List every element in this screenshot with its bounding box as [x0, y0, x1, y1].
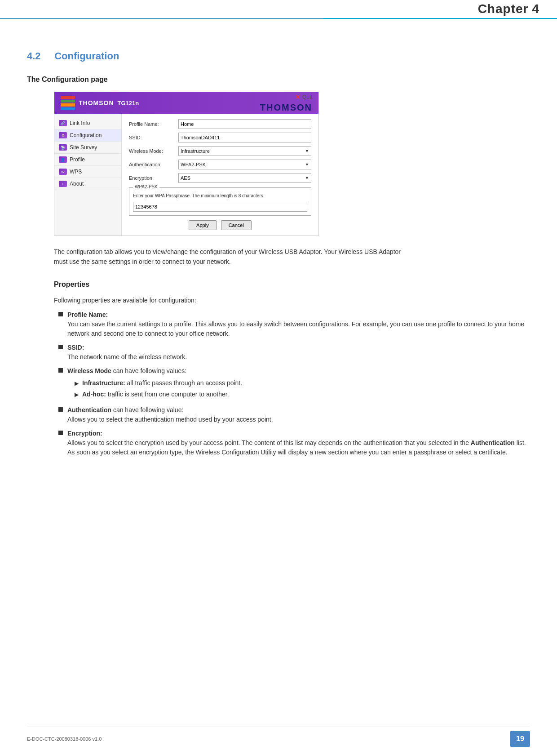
bullet-icon-encryption: [58, 431, 63, 435]
wireless-mode-label: Wireless Mode:: [129, 148, 178, 154]
authentication-select[interactable]: WPA2-PSK ▼: [178, 160, 311, 169]
thomson-right-logo: THOMSON: [260, 102, 312, 113]
cancel-button[interactable]: Cancel: [221, 220, 252, 230]
chapter-label: Chapter: [478, 2, 529, 16]
bullet-icon-wireless-mode: [58, 368, 63, 373]
config-page-heading: The Configuration page: [27, 76, 530, 84]
ssid-label: SSID:: [129, 135, 178, 140]
stripe-green: [61, 100, 75, 103]
properties-intro: Following properties are available for c…: [54, 297, 530, 304]
wireless-mode-arrow-icon: ▼: [305, 149, 309, 153]
sidebar-item-link-info[interactable]: 🔗 Link Info: [54, 117, 121, 129]
sub-item-infrastructure: ▶ Infrastructure: all traffic passes thr…: [75, 378, 530, 388]
bullet-icon-profile: [58, 312, 63, 316]
wps-icon: W: [59, 169, 67, 175]
list-item-ssid: SSID: The network name of the wireless n…: [58, 343, 530, 362]
ui-screenshot: THOMSON TG121n ✕ Quit THOMSON 🔗 Link Inf…: [54, 92, 319, 236]
authentication-row: Authentication: WPA2-PSK ▼: [129, 160, 311, 169]
wpa-box: WPA2-PSK Enter your WPA Passphrase. The …: [129, 187, 311, 216]
quit-label: Quit: [302, 94, 312, 100]
properties-list: Profile Name: You can save the current s…: [58, 310, 530, 457]
sidebar-label-profile: Profile: [70, 156, 85, 163]
site-survey-icon: 📡: [59, 144, 67, 151]
ui-form-panel: Profile Name: SSID: Wireless Mode: Infra…: [122, 114, 318, 236]
properties-section: Properties Following properties are avai…: [54, 280, 530, 457]
main-content: 4.2 Configuration The Configuration page…: [0, 19, 557, 489]
encryption-auth-ref: Authentication: [471, 439, 515, 446]
sidebar-label-site-survey: Site Survey: [70, 144, 97, 151]
sidebar-label-wps: WPS: [70, 169, 82, 175]
button-row: Apply Cancel: [129, 220, 311, 230]
sidebar-label-configuration: Configuration: [70, 132, 102, 138]
authentication-value: WPA2-PSK: [181, 162, 206, 167]
ui-body: 🔗 Link Info ⚙ Configuration 📡 Site Surve…: [54, 114, 318, 236]
thomson-header-bar: THOMSON TG121n ✕ Quit THOMSON: [54, 92, 318, 114]
encryption-arrow-icon: ▼: [305, 176, 309, 180]
authentication-content: Authentication can have following value:…: [67, 405, 530, 424]
bullet-icon-authentication: [58, 407, 63, 412]
profile-name-content: Profile Name: You can save the current s…: [67, 310, 530, 338]
list-item-wireless-mode: Wireless Mode can have following values:…: [58, 366, 530, 401]
sidebar-label-link-info: Link Info: [70, 120, 90, 126]
encryption-body: Allows you to select the encryption used…: [67, 439, 471, 446]
infrastructure-content: Infrastructure: all traffic passes throu…: [82, 378, 242, 388]
list-item-encryption: Encryption: Allows you to select the enc…: [58, 429, 530, 457]
encryption-term: Encryption:: [67, 430, 102, 437]
section-number: 4.2: [27, 50, 41, 62]
chapter-number: 4: [532, 2, 539, 16]
list-item-authentication: Authentication can have following value:…: [58, 405, 530, 424]
configuration-icon: ⚙: [59, 132, 67, 138]
quit-button[interactable]: ✕ Quit: [295, 93, 312, 101]
thomson-logo-left: THOMSON TG121n: [61, 96, 139, 110]
authentication-term: Authentication: [67, 406, 111, 414]
section-heading: 4.2 Configuration: [27, 50, 530, 62]
profile-name-row: Profile Name:: [129, 119, 311, 129]
profile-name-body: You can save the current settings to a p…: [67, 320, 524, 337]
wireless-mode-value: Infrastructure: [181, 148, 210, 154]
profile-name-input[interactable]: [178, 119, 311, 129]
properties-heading: Properties: [54, 280, 530, 289]
encryption-content: Encryption: Allows you to select the enc…: [67, 429, 530, 457]
sidebar-item-configuration[interactable]: ⚙ Configuration: [54, 129, 121, 142]
wpa-legend: WPA2-PSK: [133, 184, 159, 189]
about-icon: i: [59, 181, 67, 187]
stripe-orange: [61, 103, 75, 107]
ssid-body: The network name of the wireless network…: [67, 353, 187, 360]
arrow-icon-adhoc: ▶: [75, 391, 79, 399]
thomson-brand-text: THOMSON: [79, 99, 114, 107]
authentication-label: Authentication:: [129, 162, 178, 167]
ui-sidebar: 🔗 Link Info ⚙ Configuration 📡 Site Surve…: [54, 114, 122, 236]
sidebar-item-about[interactable]: i About: [54, 178, 121, 190]
encryption-value: AES: [181, 175, 190, 181]
encryption-row: Encryption: AES ▼: [129, 173, 311, 183]
ssid-row: SSID:: [129, 133, 311, 142]
wpa-instruction: Enter your WPA Passphrase. The minimum l…: [133, 193, 307, 198]
sidebar-item-profile[interactable]: 👤 Profile: [54, 154, 121, 166]
ssid-input[interactable]: [178, 133, 311, 142]
sidebar-item-site-survey[interactable]: 📡 Site Survey: [54, 142, 121, 154]
section-title: Configuration: [54, 50, 119, 62]
arrow-icon-infrastructure: ▶: [75, 379, 79, 388]
adhoc-content: Ad-hoc: traffic is sent from one compute…: [82, 390, 229, 399]
thomson-model-text: TG121n: [118, 100, 139, 107]
page-number: 19: [516, 735, 524, 743]
authentication-arrow-icon: ▼: [305, 162, 309, 167]
page-footer: E-DOC-CTC-20080318-0006 v1.0 19: [27, 726, 530, 747]
encryption-select[interactable]: AES ▼: [178, 173, 311, 183]
profile-icon: 👤: [59, 156, 67, 163]
description-text: The configuration tab allows you to view…: [54, 247, 413, 267]
apply-button[interactable]: Apply: [189, 220, 217, 230]
passphrase-input[interactable]: [133, 202, 307, 212]
sidebar-item-wps[interactable]: W WPS: [54, 166, 121, 178]
stripe-red: [61, 96, 75, 99]
wireless-mode-body: can have following values:: [113, 367, 186, 374]
link-info-icon: 🔗: [59, 120, 67, 126]
bullet-icon-ssid: [58, 345, 63, 349]
footer-doc-id: E-DOC-CTC-20080318-0006 v1.0: [27, 736, 102, 742]
wireless-mode-content: Wireless Mode can have following values:…: [67, 366, 530, 401]
wireless-mode-term: Wireless Mode: [67, 367, 111, 374]
wireless-mode-select[interactable]: Infrastructure ▼: [178, 146, 311, 156]
list-item-profile-name: Profile Name: You can save the current s…: [58, 310, 530, 338]
quit-x-icon: ✕: [295, 93, 301, 101]
sub-item-adhoc: ▶ Ad-hoc: traffic is sent from one compu…: [75, 390, 530, 399]
